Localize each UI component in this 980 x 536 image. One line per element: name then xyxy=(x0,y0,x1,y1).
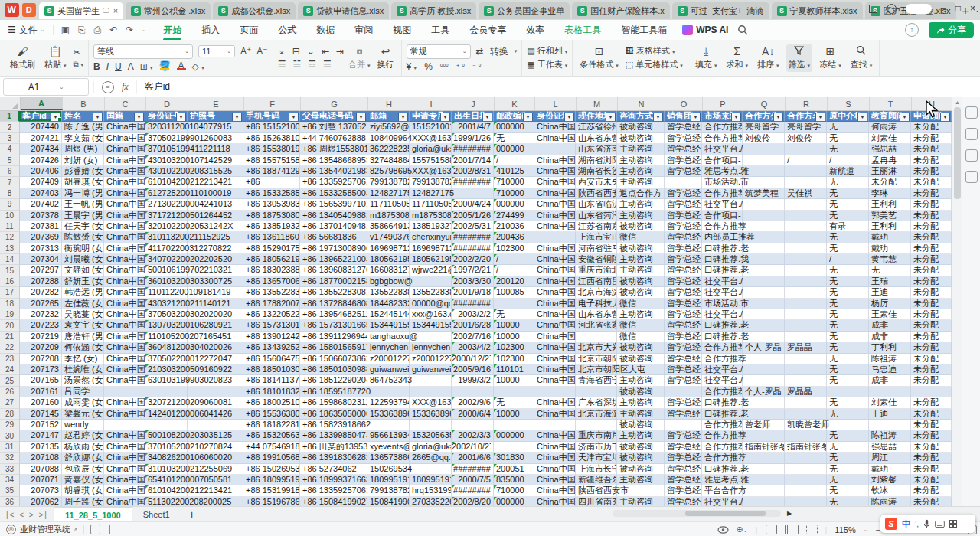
filter-dropdown-icon[interactable]: ▼ xyxy=(815,113,825,123)
header-cell[interactable]: 出生日期▼ xyxy=(452,111,494,122)
column-header-F[interactable]: F xyxy=(244,97,301,110)
indent-decrease-icon[interactable]: ⇤ xyxy=(322,46,329,57)
cell[interactable]: 710000 xyxy=(494,188,534,199)
cell[interactable]: / xyxy=(827,254,869,265)
cell[interactable]: 370502200012272047 xyxy=(145,354,188,364)
cell[interactable]: 124827175 xyxy=(368,188,410,199)
header-cell[interactable]: 父母电话号码▼ xyxy=(300,111,368,122)
cell[interactable]: 358664913 xyxy=(368,221,410,232)
cell[interactable]: ######## xyxy=(452,485,494,496)
cell[interactable]: 00000@qq# xyxy=(410,299,452,309)
cell[interactable]: 207173 xyxy=(20,364,62,375)
cell[interactable]: China中国 xyxy=(104,354,145,364)
cell[interactable]: 社交平台./ xyxy=(702,276,743,287)
cell[interactable]: z20001227 xyxy=(368,354,410,364)
header-cell[interactable]: 销售团队▼ xyxy=(665,111,702,122)
cell[interactable]: 孟冉冉 xyxy=(869,155,911,166)
cell[interactable]: 500108200203035125 xyxy=(145,430,188,441)
cell[interactable]: 留学总经办 xyxy=(665,497,702,506)
assistant-panel-icon[interactable] xyxy=(965,171,978,183)
cell[interactable]: 无 xyxy=(827,299,869,309)
cell[interactable]: 社交平台./ xyxy=(702,144,743,155)
cell[interactable]: 胡睿琪 (女) xyxy=(62,177,104,188)
cell[interactable]: 340702200202202520 xyxy=(145,254,188,265)
cell[interactable]: +86 15731301443 xyxy=(243,320,300,331)
column-header-H[interactable]: H xyxy=(368,97,410,110)
cell[interactable]: 无 xyxy=(827,320,869,331)
cell[interactable]: 合作方推荐- xyxy=(702,430,743,441)
cell[interactable]: 赵君婷 (女) xyxy=(62,430,104,441)
header-cell[interactable]: 教育顾问▼ xyxy=(869,111,911,122)
minimize-button[interactable]: − xyxy=(941,3,946,14)
cell[interactable]: 10000 xyxy=(494,375,534,386)
header-cell[interactable]: 合作方公司▼ xyxy=(743,111,785,122)
cell[interactable]: 2002/5/31 xyxy=(452,221,494,232)
cell[interactable]: 留学总经办 xyxy=(665,265,702,276)
cell[interactable]: xxx@163.cc xyxy=(410,309,452,320)
cell[interactable]: 留学总经办 xyxy=(665,211,702,221)
cell[interactable]: 2000/7/5 xyxy=(452,475,494,485)
cell[interactable]: 李琳 xyxy=(869,188,911,199)
worksheet-button[interactable]: ▦ 工作表 ▾ xyxy=(527,59,567,70)
cell[interactable]: 周煜 (男) xyxy=(62,144,104,155)
cell[interactable]: m18753080 xyxy=(368,211,410,221)
cell[interactable]: 留学总经办 xyxy=(665,276,702,287)
cell[interactable]: 湖南省长沙市 xyxy=(576,166,617,177)
cell[interactable]: 2002/8/20 xyxy=(452,497,494,506)
cell[interactable]: 雅思考点.雅 xyxy=(702,166,743,177)
cell[interactable]: 季忆 (女) xyxy=(62,354,104,364)
cell[interactable]: +86 15152100686 xyxy=(243,122,300,132)
cell[interactable]: 207304 xyxy=(20,254,62,265)
cell[interactable]: / xyxy=(785,155,827,166)
cell[interactable]: +86 15263810213 xyxy=(243,133,300,144)
cell[interactable]: +44 7460762888 xyxy=(300,133,368,144)
cell[interactable]: +86 15290175021 xyxy=(243,243,300,254)
cell[interactable]: China中国 xyxy=(104,276,145,287)
cell[interactable]: 口碑推荐.老 xyxy=(702,409,743,420)
filter-button[interactable]: 筛选 ▾ xyxy=(786,44,813,72)
cell[interactable]: 956613934 xyxy=(368,430,410,441)
header-cell[interactable]: 邮箱▼ xyxy=(368,111,410,122)
cell[interactable]: 610104200212213421 xyxy=(145,177,188,188)
cell[interactable]: 2002/10/27 xyxy=(452,442,494,453)
cell[interactable]: 留学总经办 xyxy=(665,199,702,210)
cell[interactable]: 主动咨询 xyxy=(617,166,665,177)
row-number[interactable]: 25 xyxy=(0,375,20,386)
cell[interactable]: 未分配 xyxy=(911,188,952,199)
cell[interactable]: 000000 xyxy=(494,199,534,210)
cell[interactable]: 北京市朝阳区 xyxy=(576,354,617,364)
cell[interactable]: 社交平台./ xyxy=(702,199,743,210)
row-number[interactable]: 27 xyxy=(0,397,20,408)
row-number[interactable]: 6 xyxy=(0,166,20,177)
cell[interactable]: 无 xyxy=(827,464,869,475)
align-middle-icon[interactable]: ⊟ xyxy=(292,46,300,57)
cell[interactable]: 207108 xyxy=(20,453,62,463)
filter-dropdown-icon[interactable]: ▼ xyxy=(482,113,492,123)
cell[interactable]: m18753080 xyxy=(410,211,452,221)
cell[interactable]: 未分配 xyxy=(911,177,952,188)
cell[interactable]: 留学总经办 xyxy=(665,364,702,375)
cell[interactable]: 留学总经办 xyxy=(665,485,702,496)
cell[interactable]: China中国 xyxy=(534,475,576,485)
cell[interactable]: China中国 xyxy=(534,375,576,386)
cell[interactable]: / xyxy=(494,265,534,276)
header-cell[interactable]: 手机号码▼ xyxy=(243,111,300,122)
cell[interactable]: 留学总经办 xyxy=(665,409,702,420)
cell[interactable]: 10000 xyxy=(494,320,534,331)
cell[interactable]: 刘俊伶 xyxy=(743,133,785,144)
header-cell[interactable]: 国籍▼ xyxy=(104,111,145,122)
row-number[interactable]: 3 xyxy=(0,133,20,144)
row-number[interactable]: 17 xyxy=(0,287,20,298)
cell[interactable]: 207381 xyxy=(20,221,62,232)
cell[interactable]: 留学总经办 xyxy=(665,375,702,386)
cell[interactable]: +86 周煜15538013621 xyxy=(300,144,368,155)
cell[interactable]: +86 15196786686 xyxy=(243,497,300,506)
keyboard-icon[interactable] xyxy=(935,521,945,528)
cell[interactable]: 371721200501264452 xyxy=(145,211,188,221)
cell[interactable]: China中国 xyxy=(534,221,576,232)
cell[interactable]: 207421 xyxy=(20,133,62,144)
cell[interactable]: 630103199903020823 xyxy=(145,375,188,386)
cell[interactable]: 留学总经办 xyxy=(665,299,702,309)
cell[interactable]: 153363896 xyxy=(410,409,452,420)
cell[interactable]: +86 13405409881 xyxy=(300,211,368,221)
